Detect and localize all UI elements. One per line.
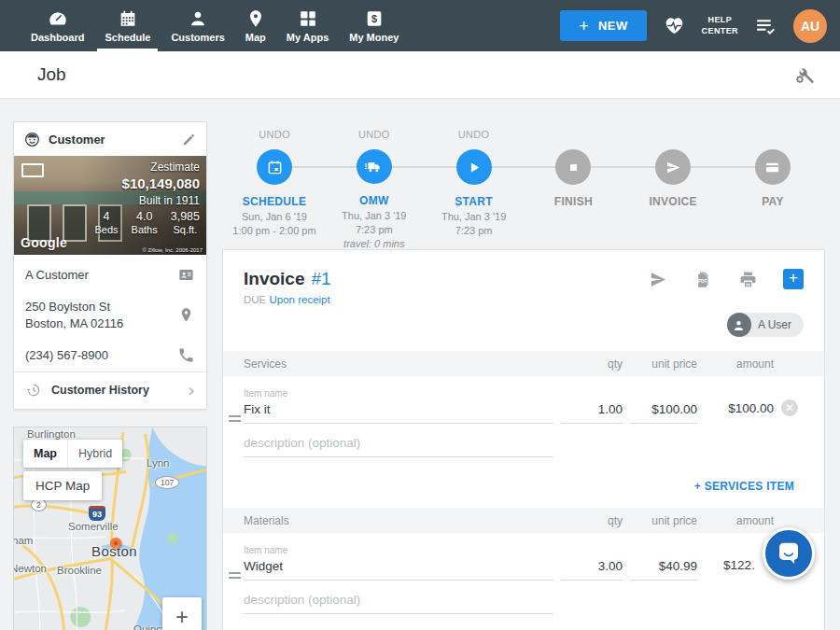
money-icon: $: [364, 8, 385, 29]
nav-items: Dashboard Schedule Customers Map My Apps…: [21, 0, 409, 51]
drag-handle-icon[interactable]: [229, 413, 241, 425]
invoice-step-icon[interactable]: [655, 149, 691, 185]
contact-card-icon[interactable]: [177, 266, 195, 284]
service-amount: $100.00: [705, 401, 774, 424]
undo-schedule[interactable]: UNDO: [259, 129, 290, 141]
drag-handle-icon[interactable]: [229, 569, 241, 581]
map-label-newton: Newton: [13, 563, 47, 574]
apps-grid-icon: [298, 8, 318, 29]
material-unit-price-input[interactable]: [630, 555, 697, 581]
map-button[interactable]: Map: [23, 440, 68, 468]
assignee-chip[interactable]: A User: [727, 313, 804, 337]
step-travel: travel: 0 mins: [343, 238, 404, 249]
plus-icon: +: [579, 18, 589, 35]
nav-item-my-apps[interactable]: My Apps: [276, 0, 339, 51]
nav-item-customers[interactable]: Customers: [161, 0, 234, 51]
pay-step-icon[interactable]: [755, 149, 791, 185]
unit-price-column-header: unit price: [630, 514, 697, 527]
customer-address-row: 250 Boylston St Boston, MA 02116: [14, 291, 206, 339]
material-qty-input[interactable]: [561, 555, 623, 581]
start-step-icon[interactable]: [456, 149, 492, 185]
map-label-lynn: Lynn: [147, 457, 170, 469]
phone-icon[interactable]: [177, 346, 195, 364]
zoom-in-button[interactable]: +: [162, 597, 202, 630]
edit-pencil-icon[interactable]: [181, 132, 197, 147]
hybrid-button[interactable]: Hybrid: [68, 440, 122, 468]
step-label: SCHEDULE: [243, 195, 306, 208]
step-omw: UNDO OMW Thu, Jan 3 '19 7:23 pm travel: …: [339, 129, 410, 249]
property-photo[interactable]: Zestimate $10,149,080 Built in 1911 4 Be…: [14, 156, 206, 255]
stat-beds: 4 Beds: [95, 210, 119, 235]
stat-label: Baths: [132, 224, 158, 235]
customer-name: A Customer: [25, 267, 170, 284]
finish-step-icon[interactable]: [555, 149, 591, 185]
material-name-input[interactable]: [244, 555, 553, 581]
schedule-step-icon[interactable]: [257, 149, 292, 185]
activity-list-icon[interactable]: [754, 14, 777, 37]
route-shield-2: 2: [31, 498, 47, 511]
chat-launcher-button[interactable]: [763, 527, 815, 580]
user-avatar[interactable]: AU: [793, 9, 827, 43]
undo-start[interactable]: UNDO: [458, 129, 490, 141]
service-unit-price-input[interactable]: [630, 399, 697, 424]
add-invoice-icon[interactable]: +: [783, 269, 804, 289]
street-view-frame-icon[interactable]: [21, 163, 44, 177]
nav-label: Customers: [171, 32, 224, 43]
customer-name-row: A Customer: [14, 259, 206, 291]
omw-step-icon[interactable]: [357, 149, 392, 184]
stat-value: 3,985: [171, 210, 200, 223]
step-date: Sun, Jan 6 '19: [242, 211, 307, 222]
send-invoice-icon[interactable]: [649, 270, 668, 289]
built-year: Built in 1911: [95, 194, 201, 207]
item-name-cell: Item name: [244, 388, 553, 424]
pdf-icon[interactable]: PDF: [693, 270, 713, 289]
hcp-map-button[interactable]: HCP Map: [23, 471, 102, 500]
new-button[interactable]: + NEW: [560, 10, 646, 41]
nav-right: + NEW HELP CENTER AU: [560, 0, 827, 51]
step-finish: FINISH: [538, 129, 609, 249]
service-qty-input[interactable]: [561, 399, 623, 424]
interstate-shield-93: 93: [89, 506, 105, 521]
zestimate-value: $10,149,080: [95, 175, 201, 191]
step-invoice: INVOICE: [637, 129, 708, 249]
invoice-header: Invoice #1 PDF + DUE Upon receipt A User: [223, 250, 824, 337]
map-pin-icon: [245, 8, 266, 29]
svg-text:PDF: PDF: [698, 279, 707, 284]
help-center-link[interactable]: HELP CENTER: [702, 15, 738, 36]
nav-label: My Money: [349, 32, 399, 43]
svg-text:$: $: [371, 13, 377, 24]
step-label: INVOICE: [649, 195, 696, 208]
nav-item-map[interactable]: Map: [235, 0, 276, 51]
chevron-right-icon: ›: [188, 384, 195, 397]
customer-history-row[interactable]: Customer History ›: [14, 371, 206, 409]
step-label: START: [455, 195, 493, 208]
stat-value: 4.0: [132, 210, 158, 223]
location-pin-icon[interactable]: [177, 306, 195, 324]
remove-service-item-icon[interactable]: ✕: [781, 399, 798, 416]
health-heart-icon[interactable]: [663, 14, 686, 37]
amount-column-header: amount: [705, 514, 774, 527]
due-terms-link[interactable]: Upon receipt: [269, 294, 329, 305]
chat-bubble-icon: [775, 539, 803, 567]
map-type-buttons: Map Hybrid: [23, 440, 122, 468]
invoice-number: #1: [311, 269, 330, 289]
history-clock-icon: [25, 382, 42, 399]
undo-omw[interactable]: UNDO: [358, 129, 390, 141]
add-materials-item-link[interactable]: + MATERIALS ITEM: [223, 614, 824, 630]
service-name-input[interactable]: [244, 399, 553, 424]
map-widget[interactable]: Burlington Lynn 107 2 93 Somerville ham …: [13, 427, 207, 630]
nav-item-my-money[interactable]: $ My Money: [339, 0, 409, 51]
qty-column-header: qty: [561, 514, 623, 527]
print-icon[interactable]: [738, 270, 758, 289]
add-services-item-link[interactable]: + SERVICES ITEM: [223, 457, 824, 508]
step-label: OMW: [359, 194, 389, 207]
job-tools-icon[interactable]: [793, 63, 816, 86]
item-name-label: Item name: [244, 388, 553, 399]
google-watermark: Google: [21, 235, 67, 250]
material-description-input[interactable]: [244, 589, 553, 614]
nav-item-schedule[interactable]: Schedule: [94, 0, 161, 51]
nav-item-dashboard[interactable]: Dashboard: [21, 0, 94, 51]
nav-label: Map: [245, 32, 266, 43]
service-description-input[interactable]: [244, 432, 553, 457]
unit-price-column-header: unit price: [630, 357, 697, 371]
